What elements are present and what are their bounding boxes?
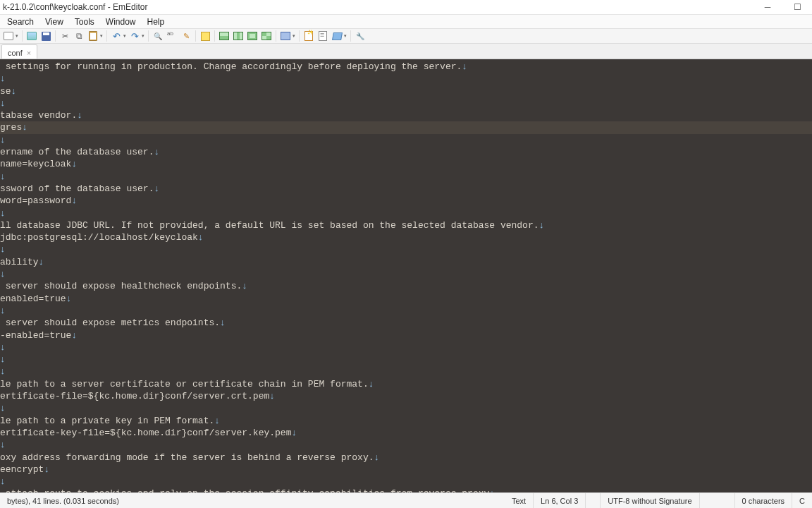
eol-icon: ↓ — [0, 269, 6, 279]
editor-line[interactable]: attach route to cookies and rely on the … — [0, 488, 812, 492]
editor-line[interactable]: ↓ — [0, 171, 812, 183]
editor-line[interactable]: le path to a server certificate or certi… — [0, 378, 812, 390]
status-encoding[interactable]: UTF-8 without Signature — [601, 493, 699, 508]
eol-icon: ↓ — [374, 452, 380, 463]
settings-button[interactable] — [354, 30, 367, 42]
status-mode[interactable]: Text — [505, 493, 534, 508]
paste-button[interactable] — [87, 30, 99, 42]
title-bar: k-21.0.2\conf\keycloak.conf - EmEditor ─… — [0, 0, 812, 14]
maximize-button[interactable]: ☐ — [791, 2, 804, 12]
editor-line[interactable]: ↓ — [0, 365, 812, 377]
editor-line[interactable]: se↓ — [0, 85, 812, 97]
editor-area[interactable]: settings for running in production. Chan… — [0, 59, 812, 492]
menu-window[interactable]: Window — [100, 16, 142, 28]
editor-line[interactable]: ertificate-file=${kc.home.dir}conf/serve… — [0, 390, 812, 402]
eol-icon: ↓ — [71, 195, 77, 206]
editor-line[interactable]: -enabled=true↓ — [0, 329, 812, 341]
editor-line[interactable]: eencrypt↓ — [0, 464, 812, 476]
menu-search[interactable]: Search — [1, 16, 39, 28]
copy-button[interactable] — [73, 30, 85, 42]
editor-line[interactable]: ↓ — [0, 73, 812, 85]
highlight-button[interactable] — [199, 30, 211, 42]
editor-line[interactable]: ssword of the database user.↓ — [0, 183, 812, 195]
cut-button[interactable] — [59, 30, 71, 42]
eol-icon: ↓ — [489, 488, 495, 492]
redo-button[interactable] — [128, 30, 141, 42]
window-dropdown[interactable]: ▾ — [291, 33, 297, 39]
eol-icon: ↓ — [0, 171, 6, 182]
editor-line[interactable]: ↓ — [0, 305, 812, 317]
new-file-button[interactable] — [2, 30, 15, 42]
minimize-button[interactable]: ─ — [761, 2, 774, 12]
menu-view[interactable]: View — [39, 16, 69, 28]
editor-line[interactable]: settings for running in production. Chan… — [0, 61, 812, 73]
menu-bar: Search View Tools Window Help — [0, 14, 812, 28]
editor-line[interactable]: name=keycloak↓ — [0, 158, 812, 170]
eol-icon: ↓ — [66, 294, 72, 304]
menu-tools[interactable]: Tools — [69, 16, 100, 28]
editor-line[interactable]: ertificate-key-file=${kc.home.dir}conf/s… — [0, 427, 812, 439]
split-v-button[interactable] — [232, 30, 245, 42]
replace-button[interactable] — [166, 30, 178, 42]
split-3-button[interactable] — [246, 30, 259, 42]
tab-conf[interactable]: conf × — [1, 44, 37, 59]
tab-close-icon[interactable]: × — [27, 49, 31, 57]
editor-line[interactable]: word=password↓ — [0, 195, 812, 207]
editor-line[interactable]: ↓ — [0, 134, 812, 146]
eol-icon: ↓ — [154, 147, 159, 157]
eol-icon: ↓ — [154, 183, 159, 194]
eol-icon: ↓ — [11, 86, 17, 97]
editor-line[interactable]: oxy address forwarding mode if the serve… — [0, 452, 812, 464]
eol-icon: ↓ — [71, 159, 77, 169]
eol-icon: ↓ — [0, 366, 6, 377]
redo-dropdown[interactable]: ▾ — [140, 33, 146, 39]
eol-icon: ↓ — [220, 318, 226, 328]
tag-button[interactable] — [331, 30, 343, 42]
editor-line[interactable]: ↓ — [0, 207, 812, 219]
editor-line[interactable]: le path to a private key in PEM format.↓ — [0, 415, 812, 427]
tag-dropdown[interactable]: ▾ — [343, 33, 348, 39]
new-file-dropdown[interactable]: ▾ — [14, 33, 20, 39]
find-button[interactable] — [152, 30, 164, 42]
editor-line[interactable]: ↓ — [0, 341, 812, 353]
eol-icon: ↓ — [214, 416, 220, 426]
window-button[interactable] — [279, 30, 292, 42]
editor-line[interactable]: ↓ — [0, 439, 812, 451]
editor-line[interactable]: ↓ — [0, 476, 812, 488]
editor-line[interactable]: server should expose healthcheck endpoin… — [0, 280, 812, 292]
editor-line[interactable]: ↓ — [0, 268, 812, 280]
editor-line[interactable]: ↓ — [0, 97, 812, 109]
menu-help[interactable]: Help — [142, 16, 171, 28]
eol-icon: ↓ — [369, 379, 374, 389]
status-file-info: bytes), 41 lines. (0.031 seconds) — [0, 493, 505, 508]
eol-icon: ↓ — [0, 208, 6, 219]
save-button[interactable] — [39, 30, 52, 42]
split-4-button[interactable] — [260, 30, 273, 42]
editor-line[interactable]: gres↓ — [0, 121, 812, 133]
eol-icon: ↓ — [539, 220, 545, 231]
editor-line[interactable]: jdbc:postgresql://localhost/keycloak↓ — [0, 231, 812, 243]
editor-line[interactable]: ↓ — [0, 243, 812, 255]
doc-list-button[interactable] — [316, 30, 329, 42]
toolbar: ▾ ▾ ▾ ▾ ▾ ▾ — [0, 28, 812, 44]
eol-icon: ↓ — [0, 440, 6, 450]
goto-button[interactable] — [180, 30, 192, 42]
status-selection: 0 characters — [735, 493, 793, 508]
editor-line[interactable]: ↓ — [0, 402, 812, 414]
open-button[interactable] — [25, 30, 38, 42]
editor-line[interactable]: ll database JDBC URL. If not provided, a… — [0, 219, 812, 231]
undo-dropdown[interactable]: ▾ — [122, 33, 128, 39]
editor-line[interactable]: tabase vendor.↓ — [0, 109, 812, 121]
split-h-button[interactable] — [218, 30, 230, 42]
editor-line[interactable]: server should expose metrics endpoints.↓ — [0, 317, 812, 329]
editor-line[interactable]: ername of the database user.↓ — [0, 146, 812, 158]
editor-line[interactable]: ability↓ — [0, 256, 812, 268]
paste-dropdown[interactable]: ▾ — [99, 33, 104, 39]
undo-button[interactable] — [110, 30, 123, 42]
editor-line[interactable]: ↓ — [0, 353, 812, 365]
eol-icon: ↓ — [71, 330, 77, 341]
eol-icon: ↓ — [0, 342, 6, 353]
eol-icon: ↓ — [462, 61, 467, 72]
doc-new-button[interactable] — [302, 30, 315, 42]
editor-line[interactable]: enabled=true↓ — [0, 293, 812, 305]
